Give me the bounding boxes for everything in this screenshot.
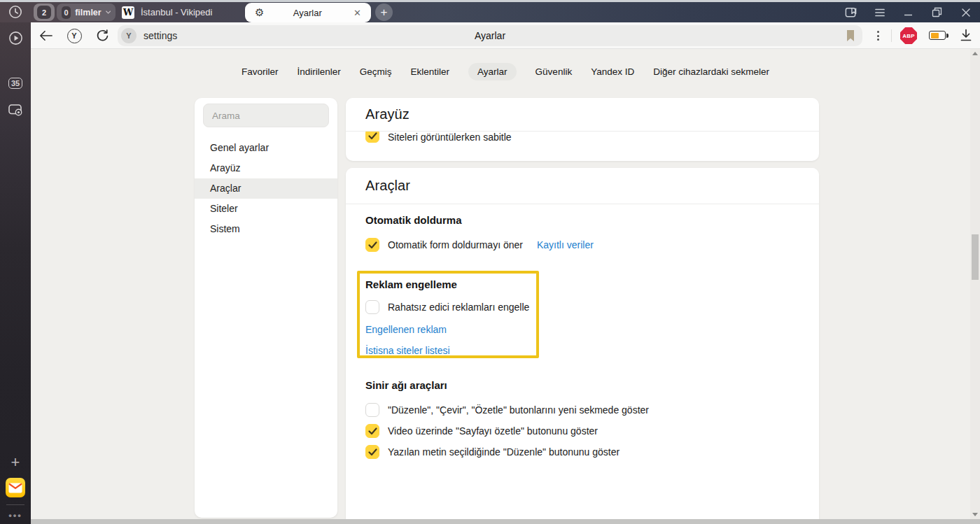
tab-bar: 2 0 filmler W İstanbul - Vikipedi ⚙ Ayar… [0, 2, 980, 22]
settings-page: Favoriler İndirilenler Geçmiş Eklentiler… [31, 49, 980, 519]
battery-saver-icon[interactable] [929, 31, 948, 40]
more-options-icon[interactable]: ••• [0, 510, 31, 521]
group-name-label: filmler [75, 8, 102, 17]
autofill-heading: Otomatik doldurma [365, 214, 799, 226]
settings-nav-card: Genel ayarlar Arayüz Araçlar Siteler Sis… [195, 98, 337, 518]
tab-count-badge: 2 [37, 6, 51, 19]
yandex-logo: Y [67, 29, 82, 43]
settings-nav-list: Genel ayarlar Arayüz Araçlar Siteler Sis… [195, 138, 337, 239]
checkbox-checked[interactable] [365, 445, 379, 459]
rail-divider [0, 504, 31, 505]
tab-group-chip[interactable]: 0 filmler [57, 3, 115, 21]
settings-nav-siteler[interactable]: Siteler [195, 199, 337, 219]
autofill-row: Otomatik form doldurmayı öner Kayıtlı ve… [365, 237, 799, 253]
tab-title: Ayarlar [264, 8, 351, 18]
refresh-button[interactable] [94, 28, 111, 43]
interface-section-card: Arayüz Siteleri görüntülerken sabitle [346, 98, 819, 161]
tools-section-card: Araçlar Otomatik doldurma Otomatik form … [346, 168, 819, 519]
browser-window: 2 0 filmler W İstanbul - Vikipedi ⚙ Ayar… [0, 0, 980, 524]
scroll-down-arrow[interactable] [972, 513, 978, 516]
minimize-button[interactable] [894, 2, 923, 22]
wikipedia-favicon: W [122, 6, 134, 19]
settings-nav-araclar[interactable]: Araçlar [195, 178, 337, 199]
nav-indirilenler[interactable]: İndirilenler [298, 63, 341, 80]
neural-row-video-summarize: Video üzerinde "Sayfayı özetle" butonunu… [365, 423, 799, 439]
neural-row-edit-selected: Yazılan metin seçildiğinde "Düzenle" but… [365, 444, 799, 460]
tab-group-count-chip[interactable]: 2 [34, 3, 55, 21]
saved-data-link[interactable]: Kayıtlı veriler [537, 239, 594, 250]
nav-gecmis[interactable]: Geçmiş [360, 63, 392, 80]
browser-pages-nav: Favoriler İndirilenler Geçmiş Eklentiler… [31, 63, 980, 80]
checkbox-label: Yazılan metin seçildiğinde "Düzenle" but… [388, 446, 620, 458]
tab-wikipedia[interactable]: W İstanbul - Vikipedi [118, 2, 241, 22]
omnibox[interactable]: Y settings Ayarlar [118, 25, 862, 46]
history-clock-icon[interactable] [8, 4, 23, 20]
address-bar: Y Y settings Ayarlar ABP [31, 22, 980, 49]
checkbox-unchecked[interactable] [365, 300, 379, 314]
adblock-plus-icon[interactable]: ABP [900, 27, 917, 44]
checkbox-label: Video üzerinde "Sayfayı özetle" butonunu… [388, 425, 598, 437]
tab-close-icon[interactable]: ✕ [351, 7, 364, 19]
window-bottom-edge [31, 519, 980, 524]
downloads-icon[interactable] [959, 28, 973, 43]
checkbox-label: Rahatsız edici reklamları engelle [388, 302, 529, 313]
yandex-mail-icon[interactable] [0, 478, 31, 497]
menu-icon[interactable] [865, 2, 894, 22]
side-panel-icon[interactable] [836, 2, 865, 22]
toolbar-divider [891, 29, 892, 42]
left-sidebar: 35 + ••• [0, 22, 31, 524]
exception-sites-link[interactable]: İstisna siteler listesi [365, 345, 531, 356]
checkbox-unchecked[interactable] [365, 403, 379, 417]
scroll-up-arrow[interactable] [972, 52, 978, 55]
back-button[interactable] [37, 28, 54, 43]
new-tab-button[interactable]: + [375, 3, 393, 21]
neural-row-buttons-newtab: "Düzenle", "Çevir", "Özetle" butonlarını… [365, 402, 799, 418]
nav-favoriler[interactable]: Favoriler [241, 63, 279, 80]
group-count-badge: 0 [62, 6, 71, 19]
adblock-highlight-box: Reklam engelleme Rahatsız edici reklamla… [357, 271, 539, 358]
adblock-row: Rahatsız edici reklamları engelle [365, 299, 531, 315]
settings-search-input[interactable] [203, 104, 329, 127]
interface-section-header: Arayüz [346, 98, 819, 132]
tools-section-header: Araçlar [346, 168, 819, 204]
nav-guvenlik[interactable]: Güvenlik [536, 63, 573, 80]
section-title: Arayüz [365, 106, 410, 122]
settings-nav-sistem[interactable]: Sistem [195, 219, 337, 239]
nav-ayarlar[interactable]: Ayarlar [468, 63, 517, 80]
blocked-ads-link[interactable]: Engellenen reklam [365, 324, 531, 335]
checkbox-label: Otomatik form doldurmayı öner [388, 239, 523, 250]
bookmark-icon[interactable] [845, 29, 856, 43]
screenshot-icon[interactable] [0, 102, 31, 118]
checkbox-label: Siteleri görüntülerken sabitle [388, 130, 512, 144]
checkbox-checked[interactable] [365, 424, 379, 438]
tabs-counter-icon[interactable]: 35 [0, 78, 31, 89]
chevron-down-icon [106, 10, 111, 15]
page-title: Ayarlar [118, 30, 862, 41]
window-controls [836, 2, 980, 22]
yandex-home-button[interactable]: Y [66, 28, 83, 43]
add-panel-icon[interactable]: + [0, 455, 31, 470]
settings-nav-arayuz[interactable]: Arayüz [195, 158, 337, 178]
checkbox-label: "Düzenle", "Çevir", "Özetle" butonlarını… [388, 404, 649, 416]
nav-yandex-id[interactable]: Yandex ID [591, 63, 634, 80]
settings-nav-genel[interactable]: Genel ayarlar [195, 138, 337, 158]
gear-icon: ⚙ [255, 8, 264, 18]
restore-button[interactable] [923, 2, 951, 22]
section-title: Araçlar [365, 178, 410, 194]
nav-eklentiler[interactable]: Eklentiler [411, 63, 450, 80]
extensions-menu-icon[interactable] [872, 29, 883, 43]
nav-diger-cihazlar[interactable]: Diğer cihazlardaki sekmeler [653, 63, 769, 80]
scrollbar-thumb[interactable] [972, 234, 979, 280]
video-player-icon[interactable] [0, 30, 31, 46]
tab-settings-active[interactable]: ⚙ Ayarlar ✕ [245, 3, 371, 22]
adblock-heading: Reklam engelleme [365, 278, 531, 290]
checkbox-checked[interactable] [365, 238, 379, 252]
neural-heading: Sinir ağı araçları [365, 379, 799, 391]
tab-title: İstanbul - Vikipedi [141, 7, 212, 17]
close-button[interactable] [951, 2, 980, 22]
page-scrollbar[interactable] [970, 49, 980, 519]
